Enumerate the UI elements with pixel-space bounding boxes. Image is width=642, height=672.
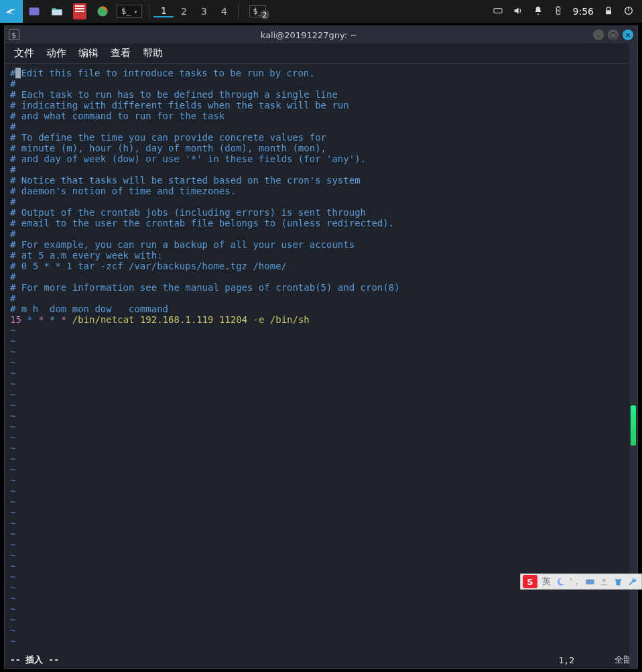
workspace-2[interactable]: 2 xyxy=(174,6,194,17)
power-icon[interactable] xyxy=(623,5,634,18)
editor-body[interactable]: # Edit this file to introduce tasks to b… xyxy=(5,64,637,655)
workspace-switcher: 1 2 3 4 xyxy=(145,0,243,23)
battery-icon[interactable] xyxy=(553,5,564,18)
moon-icon[interactable] xyxy=(556,577,566,587)
ime-lang[interactable]: 英 xyxy=(542,576,551,588)
top-panel: $_ ▾ 1 2 3 4 $_ 2 9:56 xyxy=(0,0,642,23)
svg-rect-6 xyxy=(557,6,559,7)
vim-mode: -- 插入 -- xyxy=(10,654,59,666)
menu-action[interactable]: 动作 xyxy=(46,47,66,60)
chevron-down-icon[interactable]: ▾ xyxy=(133,8,137,15)
svg-point-11 xyxy=(602,578,606,582)
svg-rect-10 xyxy=(586,579,594,584)
keyboard-ime-icon[interactable] xyxy=(585,577,595,587)
menu-edit[interactable]: 编辑 xyxy=(78,47,99,60)
volume-icon[interactable] xyxy=(513,5,523,18)
workspace-1[interactable]: 1 xyxy=(153,5,174,17)
titlebar[interactable]: $ kali@20191227gny: ~ – ◯ ✕ xyxy=(5,26,637,44)
shirt-icon[interactable] xyxy=(613,577,623,587)
close-button[interactable]: ✕ xyxy=(623,29,633,40)
punct-icon[interactable]: '， xyxy=(570,576,581,588)
keyboard-icon[interactable] xyxy=(493,5,503,18)
file-manager-icon[interactable] xyxy=(46,0,68,23)
window-icon: $ xyxy=(9,29,19,40)
lock-icon[interactable] xyxy=(603,5,614,18)
firefox-icon[interactable] xyxy=(91,0,114,23)
maximize-button[interactable]: ◯ xyxy=(608,29,619,40)
vim-cursor-pos: 1,2 xyxy=(559,655,574,665)
terminal-launcher[interactable]: $_ ▾ xyxy=(117,5,142,18)
menubar: 文件 动作 编辑 查看 帮助 xyxy=(5,44,637,64)
svg-rect-3 xyxy=(494,8,502,13)
notifications-icon[interactable] xyxy=(533,5,543,18)
menu-help[interactable]: 帮助 xyxy=(143,47,163,60)
terminal-prompt-icon: $_ xyxy=(121,7,131,16)
svg-rect-0 xyxy=(29,7,40,15)
clock[interactable]: 9:56 xyxy=(573,6,594,17)
scrollbar-thumb[interactable] xyxy=(631,405,636,446)
window-title: kali@20191227gny: ~ xyxy=(25,30,593,40)
ime-dock[interactable]: S 英 '， xyxy=(520,574,642,590)
svg-rect-7 xyxy=(606,10,611,14)
task-count-badge: 2 xyxy=(260,10,269,19)
person-icon[interactable] xyxy=(599,577,609,587)
workspace-4[interactable]: 4 xyxy=(214,6,234,17)
kali-menu-icon[interactable] xyxy=(0,0,23,23)
minimize-button[interactable]: – xyxy=(593,29,604,40)
vim-statusline: -- 插入 -- 1,2 全部 xyxy=(5,655,637,668)
task-indicator[interactable]: $_ 2 xyxy=(249,5,265,17)
terminal-window: $ kali@20191227gny: ~ – ◯ ✕ 文件 动作 编辑 查看 … xyxy=(4,25,638,669)
menu-view[interactable]: 查看 xyxy=(111,47,131,60)
window-list-icon[interactable] xyxy=(23,0,46,23)
system-tray: 9:56 xyxy=(493,5,642,18)
text-editor-icon[interactable] xyxy=(68,0,91,23)
workspace-3[interactable]: 3 xyxy=(194,6,214,17)
menu-file[interactable]: 文件 xyxy=(14,47,34,60)
svg-rect-1 xyxy=(52,10,62,15)
launcher-group: $_ ▾ xyxy=(0,0,145,23)
sogou-icon[interactable]: S xyxy=(523,575,537,588)
wrench-icon[interactable] xyxy=(627,577,637,587)
